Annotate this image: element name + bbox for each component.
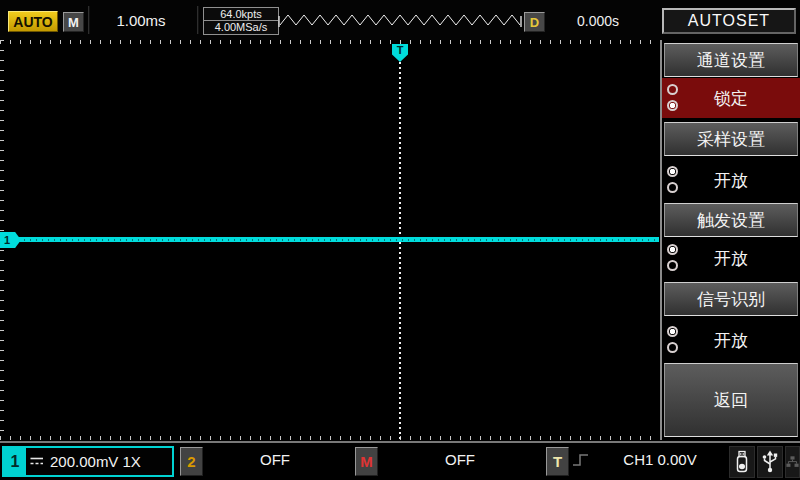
bottom-status-bar: 1 200.00mV 1X 2 OFF M OFF T CH1 0.00V: [0, 441, 800, 480]
timebase-value: 1.00ms: [95, 11, 187, 31]
radio-group: [667, 243, 681, 273]
autoset-button[interactable]: AUTOSET: [662, 8, 796, 34]
math-badge: M: [355, 447, 378, 476]
usb-drive-icon: [729, 446, 755, 478]
memory-depth-value: 64.0kpts: [204, 8, 278, 21]
menu-option-label: 开放: [714, 169, 748, 192]
menu-option-open-1[interactable]: 开放: [662, 160, 800, 200]
channel1-status-box: 1 200.00mV 1X: [2, 446, 174, 477]
menu-option-label: 开放: [714, 247, 748, 270]
radio-selected: [667, 166, 678, 177]
menu-button-trigger-settings[interactable]: 触发设置: [664, 203, 798, 237]
radio-unselected: [667, 260, 678, 271]
channel2-badge: 2: [180, 447, 203, 476]
radio-selected: [667, 100, 678, 111]
graticule-bottom-ticks: [0, 436, 660, 440]
menu-button-signal-recognition[interactable]: 信号识别: [664, 282, 798, 316]
oscilloscope-screen: AUTO M 1.00ms 64.0kpts 4.00MSa/s D 0.000…: [0, 0, 800, 480]
top-status-bar: AUTO M 1.00ms 64.0kpts 4.00MSa/s D 0.000…: [0, 0, 800, 40]
channel2-status: OFF: [205, 451, 345, 468]
dc-coupling-icon: [30, 453, 44, 471]
usb-device-icon: [757, 446, 783, 478]
menu-option-label: 开放: [714, 329, 748, 352]
menu-option-open-2[interactable]: 开放: [662, 238, 800, 278]
menu-option-open-3[interactable]: 开放: [662, 320, 800, 360]
radio-group: [667, 83, 681, 113]
acquisition-mode-badge: AUTO: [8, 11, 58, 32]
trigger-position-value: 0.000s: [548, 11, 648, 31]
radio-unselected: [667, 182, 678, 193]
divider: [88, 6, 90, 34]
menu-option-lock[interactable]: 锁定: [662, 78, 800, 118]
soft-menu-sidebar: 通道设置 锁定 采样设置 开放 触发设置 开放 信号识别: [660, 40, 800, 440]
channel1-badge: 1: [4, 448, 26, 475]
channel1-probe: 1X: [122, 453, 140, 470]
math-status: OFF: [385, 451, 535, 468]
delay-badge: D: [524, 12, 545, 32]
trigger-position-line: [399, 62, 401, 440]
radio-unselected: [667, 342, 678, 353]
graticule-top-ticks: [0, 40, 660, 44]
divider: [197, 6, 199, 34]
trigger-source-level: CH1 0.00V: [600, 451, 720, 468]
menu-option-label: 锁定: [714, 87, 748, 110]
radio-unselected: [667, 84, 678, 95]
radio-selected: [667, 326, 678, 337]
menu-button-sampling-settings[interactable]: 采样设置: [664, 122, 798, 156]
memory-depth-box: 64.0kpts 4.00MSa/s: [203, 7, 279, 35]
channel1-trace: [0, 237, 659, 242]
radio-group: [667, 165, 681, 195]
lan-icon: [785, 446, 800, 478]
radio-selected: [667, 244, 678, 255]
menu-button-channel-settings[interactable]: 通道设置: [664, 43, 798, 77]
sample-rate-value: 4.00MSa/s: [204, 21, 278, 34]
radio-group: [667, 325, 681, 355]
main-timebase-badge: M: [63, 12, 84, 32]
channel1-scale: 200.00mV: [50, 453, 118, 470]
trace-texture: [0, 239, 659, 241]
trigger-badge: T: [546, 447, 569, 476]
memory-waveform-preview: [278, 12, 522, 29]
rising-edge-icon: [572, 452, 590, 472]
menu-button-return[interactable]: 返回: [664, 363, 798, 437]
